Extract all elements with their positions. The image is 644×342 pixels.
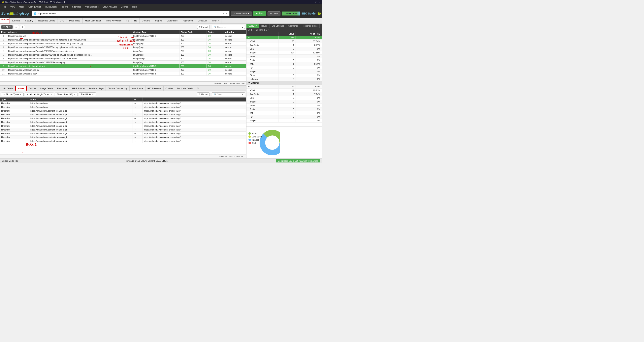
search-input[interactable] — [217, 26, 241, 28]
bottom-tab-http-headers[interactable]: HTTP Headers — [146, 86, 164, 91]
links-search-input[interactable] — [217, 93, 241, 95]
links-row[interactable]: Hyperlink https://imta.edu.vn/content-cr… — [0, 132, 246, 135]
bottom-tab-cookies[interactable]: Cookies — [164, 86, 175, 91]
url-bar[interactable]: 🌐 ✕ ▼ — [32, 11, 230, 16]
all-link-origin-types-button[interactable]: ▼ All Link Origin Types ▼ — [25, 92, 54, 96]
ov-row-ext[interactable]: PDF00% — [246, 115, 322, 119]
window-controls[interactable]: ─ □ ✕ — [312, 1, 320, 3]
links-row[interactable]: Hyperlink https://imta.edu.vn/content-cr… — [0, 128, 246, 132]
bottom-tab-image-details[interactable]: Image Details — [38, 86, 55, 91]
table-row[interactable]: 10 https://imta.edu.vn/flatsome-la-gi/ t… — [0, 68, 246, 72]
tab-security[interactable]: Security — [23, 18, 36, 24]
menu-bulk-export[interactable]: Bulk Export — [43, 5, 58, 8]
links-row[interactable]: Hyperlink https://imta.edu.vn/content-cr… — [0, 113, 246, 117]
links-row[interactable]: Hyperlink https://imta.edu.vn/ → https:/… — [0, 101, 246, 105]
menu-reports[interactable]: Reports — [59, 5, 70, 8]
show-links-button[interactable]: Show Links (5/5) ▼ — [55, 92, 78, 96]
ov-row-ext[interactable]: Images00% — [246, 100, 322, 104]
bottom-tab-resources[interactable]: Resources — [55, 86, 69, 91]
ov-row[interactable]: Unknown00% — [246, 77, 322, 81]
bottom-tab-outlinks[interactable]: Outlinks — [27, 86, 38, 91]
search-box[interactable]: 🔍 ≡ — [212, 25, 245, 29]
ov-row-ext[interactable]: JavaScript17.14% — [246, 92, 322, 96]
table-row[interactable]: 1 https://imta.edu.vn/ text/html; charse… — [0, 34, 246, 38]
tab-internal[interactable]: Internal — [0, 18, 10, 24]
table-row[interactable]: 5 https://imta.edu.vn/wp-content/uploads… — [0, 49, 246, 53]
menu-sitemaps[interactable]: Sitemaps — [70, 5, 83, 8]
tab-h2[interactable]: H2 — [132, 18, 140, 24]
ov-row[interactable]: Media00% — [246, 55, 322, 58]
bottom-tab-rendered-page[interactable]: Rendered Page — [87, 86, 106, 91]
tab-external[interactable]: External — [10, 18, 23, 24]
right-tab-response-times[interactable]: Response Times — [300, 24, 320, 28]
subdomain-button[interactable]: ⬡ Subdomain ▼ — [231, 11, 252, 16]
ov-row-ext[interactable]: XML00% — [246, 111, 322, 115]
menu-configuration[interactable]: Configuration — [26, 5, 43, 8]
bottom-tab-duplicate-details[interactable]: Duplicate Details — [175, 86, 195, 91]
ov-row[interactable]: Other00% — [246, 73, 322, 77]
table-row[interactable]: 2 https://imta.edu.vn/wp-content/uploads… — [0, 38, 246, 42]
menu-visualisations[interactable]: Visualisations — [83, 5, 100, 8]
bottom-tab-serp-snippet[interactable]: SERP Snippet — [69, 86, 87, 91]
tab-page-titles[interactable]: Page Titles — [67, 18, 82, 24]
ov-row[interactable]: JavaScript10.21% — [246, 43, 322, 47]
bottom-tab-inlinks[interactable]: Inlinks — [15, 86, 27, 91]
all-link-types-button[interactable]: ▼ All Link Types ▼ — [1, 92, 24, 96]
menu-crawl-analysis[interactable]: Crawl Analysis — [100, 5, 119, 8]
maximize-button[interactable]: □ — [316, 1, 317, 3]
links-row[interactable]: Hyperlink https://imta.edu.vn/content-cr… — [0, 120, 246, 124]
ov-row-ext[interactable]: Fonts00% — [246, 107, 322, 111]
tab-response-codes[interactable]: Response Codes — [36, 18, 58, 24]
ov-row-ext[interactable]: HTML1285.71% — [246, 89, 322, 92]
ov-row[interactable]: XML10.21% — [246, 62, 322, 66]
url-dropdown-icon[interactable]: ▼ — [226, 12, 228, 15]
list-view-button[interactable]: ☰ — [14, 25, 19, 29]
start-button[interactable]: ▶ Start — [253, 11, 266, 16]
links-row[interactable]: Hyperlink https://imta.edu.vn/content-cr… — [0, 109, 246, 113]
ov-row[interactable]: Fonts00% — [246, 58, 322, 62]
bottom-tab-view-source[interactable]: View Source — [130, 86, 146, 91]
table-row[interactable]: 4 https://imta.edu.vn/wp-content/uploads… — [0, 45, 246, 49]
right-tab-overview[interactable]: Overview — [246, 24, 260, 28]
tab-meta-description[interactable]: Meta Description — [83, 18, 104, 24]
bottom-tab-url-details[interactable]: URL Details — [0, 86, 15, 91]
bottom-tab-chrome-console[interactable]: Chrome Console Log — [106, 86, 130, 91]
links-row[interactable]: Hyperlink https://imta.edu.vn/content-cr… — [0, 117, 246, 120]
tab-h1[interactable]: H1 — [124, 18, 132, 24]
links-row[interactable]: Hyperlink https://imta.edu.vn/content-cr… — [0, 124, 246, 128]
clear-button[interactable]: ↺ Clear — [268, 11, 280, 16]
right-tab-site-structure[interactable]: Site Structure — [270, 24, 286, 28]
filter-all-button[interactable]: ▼ All ▼ — [1, 25, 13, 29]
links-search-box[interactable]: 🔍 ≡ — [212, 92, 245, 96]
table-row[interactable]: 8 https://imta.edu.vn/wp-content/uploads… — [0, 60, 246, 64]
right-tab-spelling[interactable]: Spelling & C » — [254, 28, 272, 32]
links-row[interactable]: Hyperlink https://imta.edu.vn/content-cr… — [0, 135, 246, 139]
table-row[interactable]: 6 https://imta.edu.vn/wp-content/uploads… — [0, 53, 246, 57]
ov-row[interactable]: Plugins00% — [246, 70, 322, 73]
menu-mode[interactable]: Mode — [17, 5, 26, 8]
tree-view-button[interactable]: ⊞ — [20, 25, 25, 29]
export-button[interactable]: ⬆ Export — [197, 25, 210, 29]
tab-content[interactable]: Content — [140, 18, 152, 24]
clear-url-icon[interactable]: ✕ — [222, 12, 224, 15]
minimize-button[interactable]: ─ — [312, 1, 314, 3]
table-row[interactable]: 11 https://imta.edu.vn/google-ads/ text/… — [0, 72, 246, 76]
ov-row[interactable]: PDF00% — [246, 66, 322, 70]
ov-row-all[interactable]: All486100% — [246, 36, 322, 39]
ov-row[interactable]: Images30462.55% — [246, 51, 322, 55]
close-button[interactable]: ✕ — [318, 1, 320, 3]
ov-row-ext[interactable]: CSS00% — [246, 96, 322, 100]
table-row[interactable]: 3 https://imta.edu.vn/wp-content/uploads… — [0, 42, 246, 45]
tab-meta-keywords[interactable]: Meta Keywords — [104, 18, 124, 24]
table-row[interactable]: 7 https://imta.edu.vn/wp-content/uploads… — [0, 57, 246, 60]
right-tab-issues[interactable]: Issues — [260, 24, 270, 28]
links-export-button[interactable]: ⬆ Export — [197, 92, 210, 96]
bottom-tab-si[interactable]: Si — [195, 86, 201, 91]
menu-licence[interactable]: Licence — [119, 5, 130, 8]
right-tab-segments[interactable]: Segments — [286, 24, 300, 28]
all-links-button[interactable]: ⊞ All Links ▼ — [79, 92, 96, 96]
url-input[interactable] — [38, 12, 222, 15]
tab-pagination[interactable]: Pagination — [180, 18, 196, 24]
table-row[interactable]: 9 https://imta.edu.vn/content-creator-la… — [0, 64, 246, 68]
menu-view[interactable]: View — [8, 5, 17, 8]
